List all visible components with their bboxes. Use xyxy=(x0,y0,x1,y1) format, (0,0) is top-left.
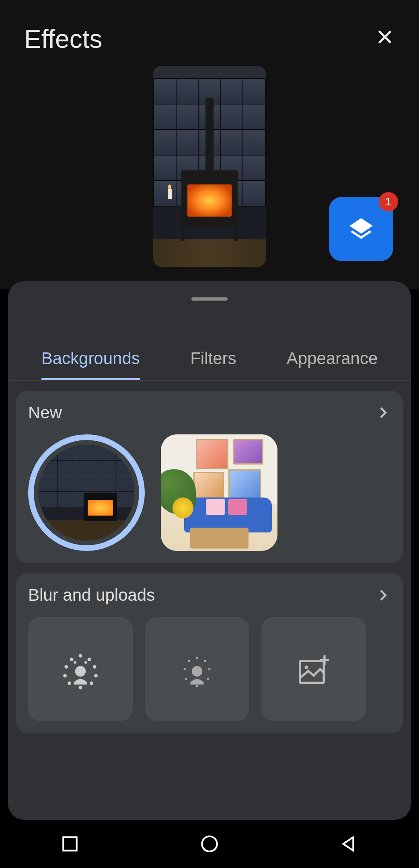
svg-point-11 xyxy=(68,682,71,685)
tab-backgrounds[interactable]: Backgrounds xyxy=(37,341,144,380)
layers-icon xyxy=(348,216,374,242)
drag-handle[interactable] xyxy=(191,297,228,301)
svg-point-19 xyxy=(204,660,206,662)
blur-light-option[interactable] xyxy=(145,617,249,721)
square-icon xyxy=(60,834,80,854)
section-blur-header[interactable]: Blur and uploads xyxy=(28,585,391,605)
svg-point-21 xyxy=(208,668,211,670)
system-navbar xyxy=(0,820,419,868)
svg-point-14 xyxy=(74,661,77,664)
layers-button[interactable]: 1 xyxy=(329,197,393,261)
svg-point-18 xyxy=(188,660,190,662)
tabs: Backgrounds Filters Appearance xyxy=(8,341,411,381)
blur-strong-option[interactable] xyxy=(28,617,133,721)
svg-point-20 xyxy=(183,668,186,670)
svg-point-7 xyxy=(64,665,68,669)
nav-home-button[interactable] xyxy=(199,834,220,854)
svg-point-16 xyxy=(192,666,202,676)
background-option-livingroom[interactable] xyxy=(161,434,277,551)
svg-point-13 xyxy=(79,686,82,690)
video-preview xyxy=(153,66,266,267)
triangle-back-icon xyxy=(339,834,359,854)
chevron-right-icon xyxy=(375,587,391,603)
svg-point-6 xyxy=(88,657,91,661)
svg-point-5 xyxy=(70,657,74,661)
effects-panel: Backgrounds Filters Appearance New xyxy=(8,281,411,820)
section-new-title: New xyxy=(28,403,62,422)
layers-badge: 1 xyxy=(379,192,398,211)
tab-appearance[interactable]: Appearance xyxy=(283,341,382,380)
svg-point-9 xyxy=(63,674,67,678)
chevron-right-icon xyxy=(375,405,391,421)
section-blur: Blur and uploads xyxy=(16,573,403,733)
svg-rect-25 xyxy=(300,661,324,683)
svg-point-10 xyxy=(94,674,98,678)
nav-recent-button[interactable] xyxy=(60,834,80,854)
svg-point-15 xyxy=(84,661,87,664)
blur-light-icon xyxy=(175,647,219,691)
svg-point-26 xyxy=(305,665,308,669)
svg-point-30 xyxy=(202,836,217,852)
svg-point-22 xyxy=(185,678,187,680)
close-icon xyxy=(375,27,395,47)
svg-point-3 xyxy=(75,666,86,676)
svg-rect-29 xyxy=(63,837,76,850)
nav-back-button[interactable] xyxy=(339,834,359,854)
section-new-header[interactable]: New xyxy=(28,403,391,422)
blur-strong-icon xyxy=(58,647,103,691)
close-button[interactable] xyxy=(375,27,395,51)
svg-marker-31 xyxy=(343,837,353,850)
header: Effects xyxy=(0,0,419,54)
upload-image-option[interactable] xyxy=(261,617,366,721)
upload-image-icon xyxy=(296,651,332,687)
background-option-fireplace[interactable] xyxy=(28,434,145,551)
circle-icon xyxy=(199,834,220,854)
section-blur-title: Blur and uploads xyxy=(28,585,155,605)
svg-point-8 xyxy=(93,665,97,669)
tab-filters[interactable]: Filters xyxy=(186,341,240,380)
svg-point-24 xyxy=(196,685,198,687)
section-new: New xyxy=(16,391,403,563)
svg-point-23 xyxy=(207,678,210,680)
svg-point-12 xyxy=(90,682,93,685)
page-title: Effects xyxy=(24,24,102,54)
svg-point-4 xyxy=(79,654,82,658)
svg-marker-2 xyxy=(351,219,371,232)
svg-point-17 xyxy=(196,657,198,659)
